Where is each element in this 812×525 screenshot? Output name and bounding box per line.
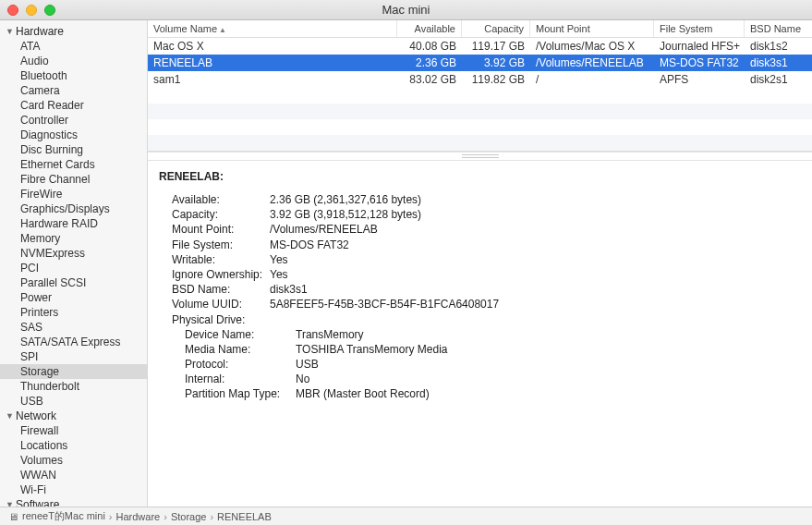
table-cell: Journaled HFS+ (654, 39, 745, 54)
breadcrumb-item[interactable]: Hardware (116, 511, 161, 522)
detail-field-value: disk3s1 (270, 282, 308, 297)
table-cell: MS-DOS FAT32 (654, 55, 745, 70)
table-cell: 2.36 GB (397, 55, 462, 70)
sidebar-item-ata[interactable]: ATA (0, 39, 147, 54)
detail-heading: RENEELAB: (159, 170, 801, 183)
sidebar-item-memory[interactable]: Memory (0, 231, 147, 246)
volume-table: Volume Name▲AvailableCapacityMount Point… (148, 20, 812, 152)
sidebar-item-hardware-raid[interactable]: Hardware RAID (0, 216, 147, 231)
table-cell: sam1 (148, 72, 397, 87)
disclosure-triangle-icon[interactable]: ▼ (6, 411, 15, 421)
sidebar-item-nvmexpress[interactable]: NVMExpress (0, 246, 147, 261)
disclosure-triangle-icon[interactable]: ▼ (6, 27, 15, 36)
detail-field-value: 5A8FEEF5-F45B-3BCF-B54F-B1FCA6408017 (270, 297, 499, 311)
sidebar-item-usb[interactable]: USB (0, 394, 147, 409)
detail-field: Ignore Ownership:Yes (159, 267, 801, 282)
computer-icon: 🖥 (7, 511, 18, 522)
sidebar-item-storage[interactable]: Storage (0, 364, 147, 379)
table-body: Mac OS X40.08 GB119.17 GB/Volumes/Mac OS… (148, 38, 812, 151)
breadcrumb-item[interactable]: RENEELAB (217, 511, 272, 522)
sidebar-item-parallel-scsi[interactable]: Parallel SCSI (0, 275, 147, 290)
detail-physical-field: Internal:No (159, 372, 801, 386)
table-cell: 83.02 GB (397, 72, 462, 87)
path-bar: 🖥reneeT的Mac mini›Hardware›Storage›RENEEL… (0, 507, 812, 525)
table-cell: disk3s1 (745, 55, 812, 70)
table-row[interactable]: sam183.02 GB119.82 GB/APFSdisk2s1 (148, 71, 812, 88)
sidebar-group-software[interactable]: ▼Software (0, 497, 147, 507)
sidebar-group-label: Software (16, 498, 59, 507)
titlebar: Mac mini (0, 0, 812, 20)
detail-field-key: Mount Point: (159, 222, 270, 237)
table-cell: 40.08 GB (397, 39, 462, 54)
detail-field-value: Yes (270, 252, 288, 267)
table-cell: RENEELAB (148, 55, 397, 70)
sidebar[interactable]: ▼HardwareATAAudioBluetoothCameraCard Rea… (0, 20, 148, 507)
detail-field: Volume UUID:5A8FEEF5-F45B-3BCF-B54F-B1FC… (159, 297, 801, 311)
sidebar-item-locations[interactable]: Locations (0, 438, 147, 453)
sidebar-item-firewall[interactable]: Firewall (0, 423, 147, 438)
table-row[interactable]: RENEELAB2.36 GB3.92 GB/Volumes/RENEELABM… (148, 55, 812, 71)
breadcrumb-item[interactable]: reneeT的Mac mini (22, 509, 105, 523)
sidebar-item-ethernet-cards[interactable]: Ethernet Cards (0, 157, 147, 172)
empty-row (148, 135, 812, 151)
sidebar-item-wi-fi[interactable]: Wi-Fi (0, 482, 147, 497)
breadcrumb-separator-icon: › (210, 511, 213, 522)
detail-field-key: Capacity: (159, 207, 270, 222)
table-cell: Mac OS X (148, 39, 397, 54)
detail-physical-field: Device Name:TransMemory (159, 327, 801, 342)
sidebar-group-network[interactable]: ▼Network (0, 409, 147, 423)
sidebar-item-sas[interactable]: SAS (0, 320, 147, 335)
detail-field: BSD Name:disk3s1 (159, 282, 801, 297)
sidebar-item-fibre-channel[interactable]: Fibre Channel (0, 172, 147, 187)
table-row[interactable]: Mac OS X40.08 GB119.17 GB/Volumes/Mac OS… (148, 38, 812, 55)
sidebar-item-firewire[interactable]: FireWire (0, 187, 147, 201)
splitter[interactable] (148, 152, 812, 161)
sidebar-item-disc-burning[interactable]: Disc Burning (0, 142, 147, 157)
sidebar-item-spi[interactable]: SPI (0, 349, 147, 364)
sidebar-item-sata-sata-express[interactable]: SATA/SATA Express (0, 335, 147, 349)
table-header[interactable]: Volume Name▲AvailableCapacityMount Point… (148, 20, 812, 38)
detail-field-key: BSD Name: (159, 282, 270, 297)
window-title: Mac mini (0, 3, 812, 17)
empty-row (148, 119, 812, 135)
sidebar-item-card-reader[interactable]: Card Reader (0, 98, 147, 113)
table-cell: 119.82 GB (462, 72, 530, 87)
detail-field-key: Volume UUID: (159, 297, 270, 311)
detail-field-key: Available: (159, 192, 270, 207)
detail-pane: RENEELAB:Available:2.36 GB (2,361,327,61… (148, 161, 812, 507)
sidebar-item-audio[interactable]: Audio (0, 54, 147, 68)
sort-ascending-icon: ▲ (219, 26, 226, 34)
detail-field: File System:MS-DOS FAT32 (159, 238, 801, 252)
column-header-capacity[interactable]: Capacity (462, 20, 530, 37)
sidebar-item-bluetooth[interactable]: Bluetooth (0, 68, 147, 83)
disclosure-triangle-icon[interactable]: ▼ (6, 500, 15, 507)
sidebar-item-controller[interactable]: Controller (0, 113, 147, 128)
column-header-volume-name[interactable]: Volume Name▲ (148, 20, 397, 37)
sidebar-item-printers[interactable]: Printers (0, 305, 147, 320)
sidebar-item-graphics-displays[interactable]: Graphics/Displays (0, 201, 147, 216)
sidebar-item-thunderbolt[interactable]: Thunderbolt (0, 379, 147, 394)
sidebar-item-camera[interactable]: Camera (0, 83, 147, 98)
breadcrumb-separator-icon: › (164, 511, 167, 522)
sidebar-item-volumes[interactable]: Volumes (0, 453, 147, 468)
sidebar-group-hardware[interactable]: ▼Hardware (0, 24, 147, 39)
sidebar-item-pci[interactable]: PCI (0, 261, 147, 275)
detail-field-key: Writable: (159, 252, 270, 267)
column-header-bsd-name[interactable]: BSD Name (745, 20, 812, 37)
breadcrumb-item[interactable]: Storage (171, 511, 207, 522)
table-cell: /Volumes/RENEELAB (530, 55, 654, 70)
table-cell: disk2s1 (745, 72, 812, 87)
sidebar-item-diagnostics[interactable]: Diagnostics (0, 128, 147, 142)
table-cell: 3.92 GB (462, 55, 530, 70)
detail-physical-field: Partition Map Type:MBR (Master Boot Reco… (159, 386, 801, 401)
sidebar-group-label: Network (16, 409, 56, 422)
empty-row (148, 88, 812, 104)
detail-field: Capacity:3.92 GB (3,918,512,128 bytes) (159, 207, 801, 222)
table-cell: disk1s2 (745, 39, 812, 54)
sidebar-item-power[interactable]: Power (0, 290, 147, 305)
column-header-file-system[interactable]: File System (654, 20, 745, 37)
column-header-available[interactable]: Available (397, 20, 462, 37)
detail-field-value: 2.36 GB (2,361,327,616 bytes) (270, 192, 421, 207)
sidebar-item-wwan[interactable]: WWAN (0, 468, 147, 482)
column-header-mount-point[interactable]: Mount Point (530, 20, 654, 37)
